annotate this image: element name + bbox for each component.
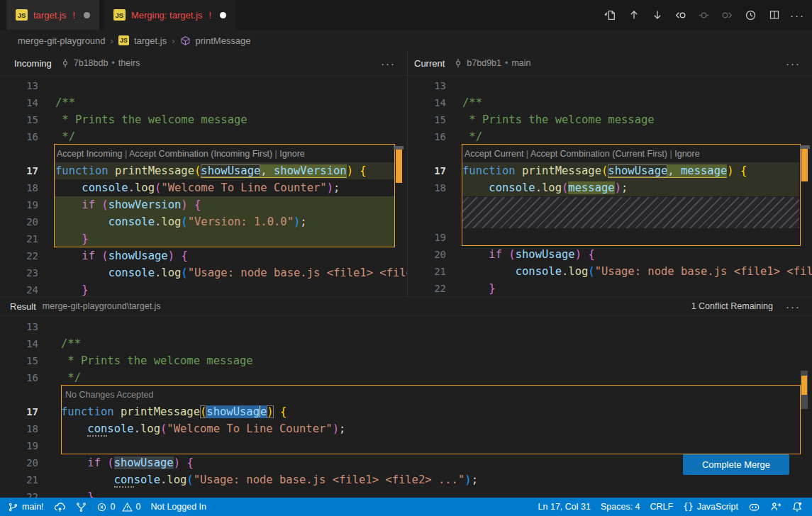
code-token: if (82, 249, 95, 262)
breadcrumb-symbol[interactable]: printMessage (196, 35, 251, 46)
more-actions-icon[interactable]: ··· (790, 8, 805, 23)
previous-conflict-icon[interactable] (626, 8, 641, 23)
publish-changes-button[interactable] (49, 498, 71, 516)
accept-incoming-link[interactable]: Accept Incoming (57, 149, 122, 159)
accept-current-link[interactable]: Accept Current (465, 149, 523, 159)
code-line[interactable]: 17function printMessage(showUsage, messa… (408, 162, 812, 179)
notifications-button[interactable] (786, 498, 808, 516)
code-line[interactable]: 21 } (0, 230, 407, 247)
code-token: } (82, 232, 88, 245)
source-control-graph-button[interactable] (71, 498, 91, 516)
modified-dot-icon[interactable] (220, 12, 226, 18)
code-line[interactable]: 20 if (showUsage) { (408, 246, 812, 263)
dot-separator: • (111, 58, 114, 68)
code-token: ( (200, 405, 206, 418)
accept-combination-incoming-link[interactable]: Accept Combination (Incoming First) (129, 149, 272, 159)
accept-combination-current-link[interactable]: Accept Combination (Current First) (530, 149, 667, 159)
code-token: if (82, 198, 95, 211)
code-token: message (568, 181, 614, 194)
tab-target-js[interactable]: JS target.js ! (6, 0, 99, 30)
open-file-icon[interactable] (603, 8, 618, 23)
code-token: console (109, 215, 155, 228)
code-token: printMessage (121, 405, 200, 418)
code-line[interactable]: 16 */ (408, 128, 812, 145)
code-token: ; (300, 215, 306, 228)
line-number: 23 (0, 264, 38, 281)
code-line[interactable]: 17function printMessage(showUsage, showV… (0, 162, 407, 179)
code-line[interactable]: 17function printMessage(showUsage) { (0, 403, 812, 420)
complete-merge-button[interactable]: Complete Merge (683, 454, 789, 475)
git-commit-icon (453, 58, 463, 68)
line-number: 20 (0, 454, 38, 471)
cursor-position-status[interactable]: Ln 17, Col 31 (533, 498, 596, 516)
modified-dot-icon[interactable] (84, 12, 90, 18)
code-line[interactable]: 20 console.log("Version: 1.0.0"); (0, 213, 407, 230)
deleted-lines-hatch (408, 196, 812, 229)
more-actions-icon[interactable]: ··· (786, 301, 801, 313)
previous-change-icon[interactable] (673, 8, 688, 23)
indentation-status[interactable]: Spaces: 4 (596, 498, 645, 516)
git-branch-status[interactable]: main! (3, 498, 49, 516)
code-line[interactable]: 15 * Prints the welcome message (0, 352, 812, 369)
ignore-current-link[interactable]: Ignore (674, 149, 699, 159)
code-line[interactable]: 18 console.log("Welcome To Line Counter"… (0, 179, 407, 196)
code-token: "Welcome To Line Counter" (167, 422, 332, 435)
vscode-merge-editor-window: JS target.js ! JS Merging: target.js ! (0, 0, 812, 516)
more-actions-icon[interactable]: ··· (786, 57, 801, 69)
code-token: . (155, 267, 161, 279)
problems-status[interactable]: 0 0 (91, 498, 146, 516)
code-line[interactable]: 19 if (showVersion) { (0, 196, 407, 213)
code-line[interactable]: 13 (0, 77, 407, 94)
code-line[interactable]: 22 if (showUsage) { (0, 247, 407, 264)
editor-incoming[interactable]: 1314/**15 * Prints the welcome message16… (0, 76, 407, 296)
history-icon[interactable] (743, 8, 758, 23)
code-line[interactable]: 22 } (408, 280, 812, 296)
code-line[interactable]: 16 */ (0, 128, 407, 145)
no-changes-accepted-label: No Changes Accepted (0, 386, 812, 403)
code-line[interactable]: 13 (0, 318, 812, 335)
account-status[interactable]: Not Logged In (145, 498, 211, 516)
code-token: console (516, 265, 562, 278)
copilot-status[interactable] (743, 498, 765, 516)
split-editor-icon[interactable] (767, 8, 782, 23)
line-number: 18 (0, 179, 38, 196)
breadcrumb-file[interactable]: target.js (134, 35, 167, 46)
code-token: ; (621, 181, 628, 194)
current-change-icon[interactable] (696, 8, 711, 23)
code-token (95, 249, 101, 262)
code-line[interactable]: 14/** (408, 94, 812, 111)
line-number: 15 (0, 352, 38, 369)
code-line[interactable]: 14/** (0, 94, 407, 111)
code-line[interactable]: 24 } (0, 281, 407, 296)
code-line[interactable]: 14/** (0, 335, 812, 352)
code-line[interactable]: 19 (408, 229, 812, 246)
breadcrumb-folder[interactable]: merge-git-playground (18, 35, 106, 46)
code-token: log (161, 267, 181, 279)
ignore-incoming-link[interactable]: Ignore (279, 149, 304, 159)
code-line[interactable]: 18 console.log("Welcome To Line Counter"… (0, 420, 812, 437)
code-line[interactable]: 22 } (0, 488, 812, 498)
next-change-icon[interactable] (720, 8, 735, 23)
line-number: 15 (408, 111, 446, 128)
code-line[interactable]: 13 (408, 77, 812, 94)
code-line[interactable]: 16 */ (0, 369, 812, 386)
code-line[interactable]: 15 * Prints the welcome message (408, 111, 812, 128)
more-actions-icon[interactable]: ··· (381, 57, 396, 69)
editor-current[interactable]: 1314/**15 * Prints the welcome message16… (408, 76, 812, 296)
warning-count: 0 (136, 502, 141, 512)
code-line[interactable]: 21 console.log("Usage: node base.js <fil… (408, 263, 812, 280)
code-line[interactable]: 15 * Prints the welcome message (0, 111, 407, 128)
code-token: ( (181, 215, 187, 228)
feedback-icon (770, 501, 782, 512)
code-token: ( (107, 456, 113, 469)
pane-divider[interactable] (407, 51, 408, 296)
line-number: 21 (0, 471, 38, 488)
next-conflict-icon[interactable] (650, 8, 664, 23)
code-line[interactable]: 23 console.log("Usage: node base.js <fil… (0, 264, 407, 281)
language-status[interactable]: {} JavaScript (678, 498, 743, 516)
tab-merging-target-js[interactable]: JS Merging: target.js ! (104, 0, 235, 30)
eol-status[interactable]: CRLF (645, 498, 679, 516)
code-line[interactable]: 19 (0, 437, 812, 454)
code-line[interactable]: 18 console.log(message); (408, 179, 812, 196)
feedback-button[interactable] (765, 498, 786, 516)
